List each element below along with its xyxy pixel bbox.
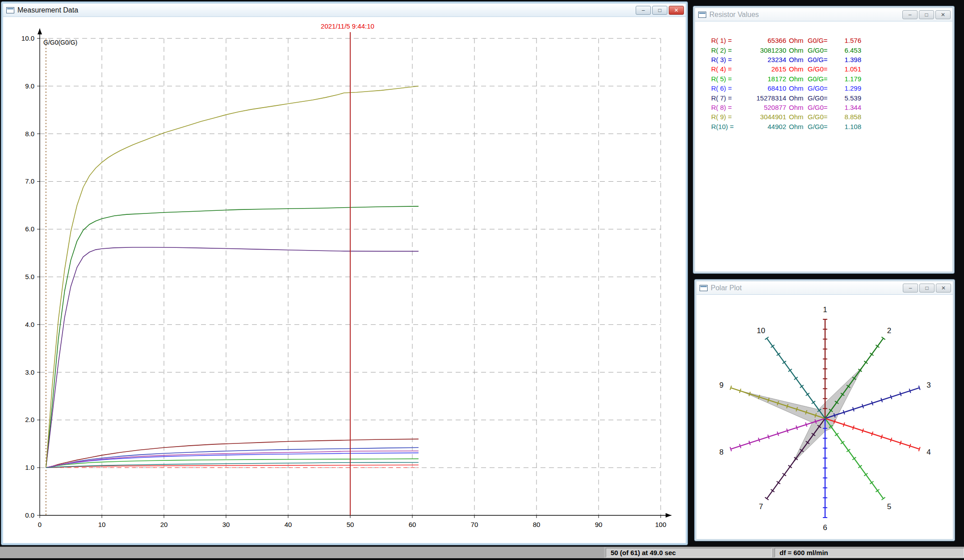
- measurement-window-controls: – □ ✕: [634, 6, 684, 15]
- status-flow-panel: df = 600 ml/min: [775, 548, 964, 557]
- svg-text:2: 2: [887, 326, 891, 335]
- svg-text:9.0: 9.0: [25, 82, 34, 90]
- status-progress-panel: 50 (of 61) at 49.0 sec: [606, 548, 772, 557]
- polar-titlebar[interactable]: Polar Plot – □ ✕: [696, 281, 953, 295]
- app-icon: [698, 12, 706, 18]
- svg-text:10.0: 10.0: [21, 34, 34, 42]
- close-button[interactable]: ✕: [935, 10, 951, 19]
- app-icon: [6, 7, 14, 13]
- app-icon: [700, 285, 708, 291]
- svg-text:0.0: 0.0: [25, 511, 34, 519]
- status-progress-text: 50 (of 61) at 49.0 sec: [611, 549, 676, 556]
- svg-text:40: 40: [285, 521, 292, 528]
- resistor-titlebar[interactable]: Resistor Values – □ ✕: [695, 8, 952, 21]
- svg-text:9: 9: [719, 381, 723, 389]
- polar-window-title: Polar Plot: [711, 284, 742, 292]
- resistor-row: R( 5) =18172OhmG0/G=1.179: [711, 74, 952, 84]
- maximize-button[interactable]: □: [919, 10, 934, 19]
- status-flow-text: df = 600 ml/min: [780, 549, 828, 556]
- svg-text:10: 10: [98, 521, 106, 528]
- svg-text:7.0: 7.0: [25, 177, 34, 185]
- svg-text:1: 1: [823, 305, 827, 314]
- measurement-chart[interactable]: 01020304050607080901000.01.02.03.04.05.0…: [3, 17, 686, 543]
- svg-text:6: 6: [823, 523, 827, 532]
- svg-text:4.0: 4.0: [25, 321, 34, 328]
- polar-plot: 12345678910: [696, 295, 953, 539]
- resistor-row: R( 6) =68410OhmG/G0=1.299: [711, 84, 952, 93]
- resistor-row: R( 9) =3044901OhmG/G0=8.858: [711, 112, 952, 121]
- svg-text:G/G0(G0/G): G/G0(G0/G): [43, 39, 77, 46]
- resistor-row: R( 3) =23234OhmG0/G=1.398: [711, 55, 952, 64]
- svg-text:50: 50: [347, 521, 354, 528]
- minimize-button[interactable]: –: [636, 6, 651, 15]
- resistor-window-controls: – □ ✕: [901, 10, 951, 19]
- svg-text:2021/11/5 9:44:10: 2021/11/5 9:44:10: [321, 22, 374, 30]
- svg-text:80: 80: [533, 521, 541, 528]
- polar-client: 12345678910: [696, 295, 953, 539]
- resistor-window: Resistor Values – □ ✕ R( 1) =65366OhmG0/…: [693, 6, 954, 273]
- svg-text:3.0: 3.0: [25, 368, 34, 376]
- measurement-window: Measurement Data – □ ✕ 01020304050607080…: [1, 2, 687, 545]
- maximize-button[interactable]: □: [652, 6, 667, 15]
- resistor-row: R( 7) =15278314OhmG/G0=5.539: [711, 93, 952, 102]
- resistor-row: R( 1) =65366OhmG0/G=1.576: [711, 36, 952, 45]
- svg-text:0: 0: [38, 521, 42, 528]
- svg-text:5.0: 5.0: [25, 273, 34, 280]
- measurement-client: 01020304050607080901000.01.02.03.04.05.0…: [3, 17, 686, 543]
- resistor-list: R( 1) =65366OhmG0/G=1.576R( 2) =3081230O…: [695, 21, 952, 131]
- svg-text:30: 30: [222, 521, 230, 528]
- polar-window: Polar Plot – □ ✕ 12345678910: [695, 280, 955, 541]
- minimize-button[interactable]: –: [903, 284, 918, 293]
- minimize-button[interactable]: –: [902, 10, 918, 19]
- status-bar: 50 (of 61) at 49.0 sec df = 600 ml/min: [0, 547, 964, 558]
- resistor-window-title: Resistor Values: [709, 11, 759, 19]
- svg-text:60: 60: [409, 521, 416, 528]
- svg-text:2.0: 2.0: [25, 416, 34, 423]
- svg-text:3: 3: [926, 381, 930, 389]
- svg-text:8.0: 8.0: [25, 130, 34, 138]
- close-button[interactable]: ✕: [669, 6, 684, 15]
- svg-text:100: 100: [655, 521, 666, 528]
- svg-text:4: 4: [926, 448, 930, 456]
- resistor-row: R( 2) =3081230OhmG/G0=6.453: [711, 45, 952, 54]
- svg-text:8: 8: [719, 448, 723, 456]
- svg-text:90: 90: [595, 521, 603, 528]
- measurement-window-title: Measurement Data: [17, 6, 78, 14]
- svg-text:10: 10: [757, 326, 765, 335]
- measurement-titlebar[interactable]: Measurement Data – □ ✕: [3, 4, 686, 17]
- svg-text:5: 5: [887, 502, 891, 511]
- svg-text:70: 70: [471, 521, 478, 528]
- svg-text:6.0: 6.0: [25, 225, 34, 233]
- polar-window-controls: – □ ✕: [901, 284, 951, 293]
- resistor-client: R( 1) =65366OhmG0/G=1.576R( 2) =3081230O…: [695, 21, 952, 272]
- resistor-row: R(10) =44902OhmG/G0=1.108: [711, 122, 952, 131]
- resistor-row: R( 4) =2615OhmG/G0=1.051: [711, 64, 952, 74]
- svg-text:20: 20: [160, 521, 168, 528]
- maximize-button[interactable]: □: [919, 284, 935, 293]
- svg-text:1.0: 1.0: [25, 464, 34, 471]
- status-left-area: [0, 547, 604, 558]
- resistor-row: R( 8) =520877OhmG/G0=1.344: [711, 103, 952, 112]
- close-button[interactable]: ✕: [936, 284, 951, 293]
- svg-text:7: 7: [759, 502, 763, 511]
